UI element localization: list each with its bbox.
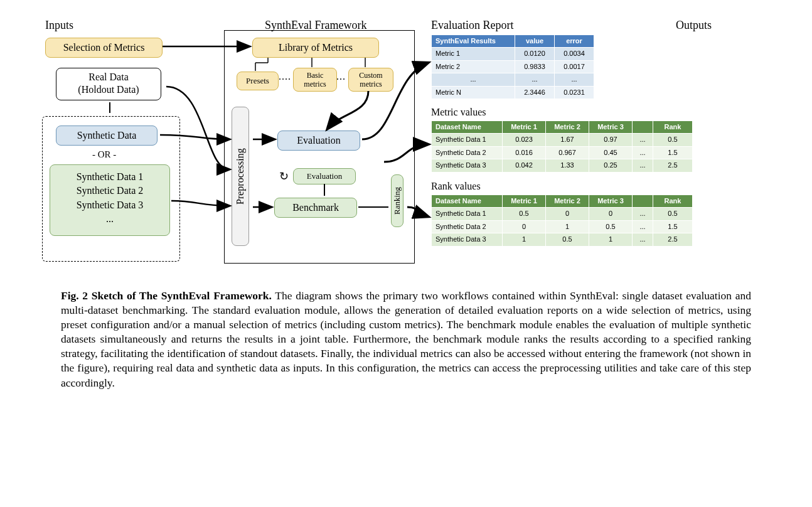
synth-multi-dots: ...	[56, 212, 163, 226]
synth-multi-line-1: Synthetic Data 1	[56, 170, 163, 184]
subhead-metric-values: Metric values	[431, 107, 486, 118]
box-basic-metrics: Basic metrics	[293, 68, 337, 92]
box-synthetic-multi: Synthetic Data 1 Synthetic Data 2 Synthe…	[50, 164, 170, 236]
box-preprocessing: Preprocessing	[232, 107, 249, 246]
box-real-data: Real Data (Holdout Data)	[56, 68, 161, 100]
table-metric-values: Dataset Name Metric 1 Metric 2 Metric 3 …	[431, 120, 693, 173]
box-evaluation: Evaluation	[277, 131, 360, 151]
box-library-metrics: Library of Metrics	[252, 38, 379, 58]
caption-title: Fig. 2 Sketch of The SynthEval Framework…	[61, 289, 272, 302]
report-h1: value	[515, 35, 555, 48]
heading-inputs: Inputs	[45, 19, 73, 32]
box-evaluation-small: Evaluation	[293, 168, 356, 184]
heading-outputs: Outputs	[676, 19, 712, 32]
label-or: - OR -	[92, 149, 116, 160]
box-presets: Presets	[237, 72, 279, 90]
report-h0: SynthEval Results	[432, 35, 515, 48]
figure-caption: Fig. 2 Sketch of The SynthEval Framework…	[61, 289, 751, 390]
box-synthetic-single: Synthetic Data	[56, 125, 158, 146]
table-evaluation-report: SynthEval Results value error Metric 10.…	[431, 35, 594, 99]
table-rank-values: Dataset Name Metric 1 Metric 2 Metric 3 …	[431, 195, 693, 247]
heading-report: Evaluation Report	[431, 19, 513, 32]
box-ranking: Ranking	[391, 174, 403, 227]
box-benchmark: Benchmark	[274, 198, 357, 218]
caption-body: The diagram shows the primary two workfl…	[61, 289, 751, 389]
report-h2: error	[555, 35, 594, 48]
subhead-rank-values: Rank values	[431, 181, 481, 192]
synth-multi-line-3: Synthetic Data 3	[56, 198, 163, 212]
box-selection-metrics: Selection of Metrics	[45, 38, 163, 58]
synth-multi-line-2: Synthetic Data 2	[56, 184, 163, 198]
box-custom-metrics: Custom metrics	[348, 68, 393, 92]
refresh-icon: ↻	[279, 169, 289, 183]
diagram-stage: Inputs SynthEval Framework Evaluation Re…	[42, 19, 770, 270]
